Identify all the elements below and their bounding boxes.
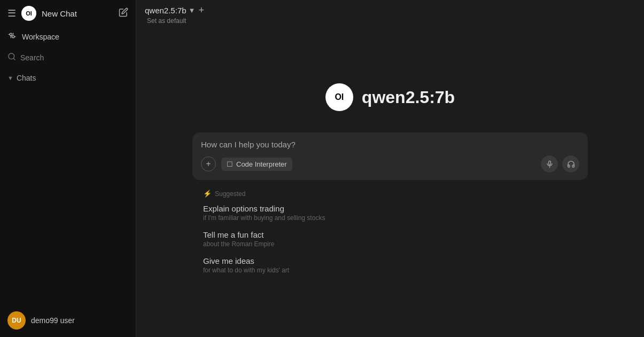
suggestion-subtitle: about the Roman Empire (203, 240, 588, 248)
chats-label: Chats (17, 74, 36, 82)
sidebar-header-left: ☰ OI New Chat (7, 6, 77, 21)
model-hero-logo: OI (325, 83, 353, 111)
mic-button[interactable] (541, 155, 558, 173)
suggestion-title: Tell me a fun fact (203, 230, 588, 239)
hamburger-icon[interactable]: ☰ (7, 7, 16, 19)
model-chevron-icon[interactable]: ▼ (189, 6, 196, 14)
lightning-icon: ⚡ (203, 190, 212, 198)
sidebar-search[interactable]: Search (0, 47, 136, 68)
suggestion-item[interactable]: Give me ideas for what to do with my kid… (203, 256, 588, 274)
svg-rect-4 (548, 161, 550, 165)
suggestions-area: ⚡ Suggested Explain options trading if I… (192, 184, 588, 283)
chat-area: OI qwen2.5:7b How can I help you today? … (136, 29, 644, 337)
sidebar-header: ☰ OI New Chat (0, 0, 136, 27)
input-bar: + ☐ Code Interpreter (201, 155, 579, 173)
set-default-link[interactable]: Set as default (145, 16, 204, 25)
sidebar-workspace[interactable]: Workspace (0, 27, 136, 47)
suggestion-subtitle: if I'm familiar with buying and selling … (203, 214, 588, 222)
suggestion-item[interactable]: Explain options trading if I'm familiar … (203, 204, 588, 222)
suggestion-subtitle: for what to do with my kids' art (203, 267, 588, 274)
code-icon: ☐ (227, 160, 233, 168)
code-interpreter-label: Code Interpreter (236, 160, 287, 168)
suggested-label: ⚡ Suggested (203, 190, 588, 198)
main-area: qwen2.5:7b ▼ + Set as default OI qwen2.5… (136, 0, 644, 337)
model-row: qwen2.5:7b ▼ + (145, 5, 204, 16)
new-chat-plus-icon[interactable]: + (198, 5, 204, 16)
app-logo: OI (21, 6, 36, 21)
sidebar-user[interactable]: DU demo99 user (0, 304, 136, 337)
chevron-down-icon: ▼ (7, 75, 13, 81)
input-bar-right (541, 155, 579, 173)
suggestion-title: Give me ideas (203, 256, 588, 265)
model-name-label: qwen2.5:7b (145, 6, 187, 15)
model-hero: OI qwen2.5:7b (325, 83, 455, 111)
input-bar-left: + ☐ Code Interpreter (201, 156, 292, 171)
suggestion-item[interactable]: Tell me a fun fact about the Roman Empir… (203, 230, 588, 248)
workspace-icon (7, 31, 17, 43)
workspace-label: Workspace (22, 33, 59, 41)
code-interpreter-button[interactable]: ☐ Code Interpreter (221, 158, 292, 171)
model-hero-name: qwen2.5:7b (362, 88, 455, 107)
user-name-label: demo99 user (31, 316, 75, 325)
search-label: Search (20, 53, 44, 62)
edit-icon[interactable] (119, 7, 128, 20)
sidebar: ☰ OI New Chat Workspace Se (0, 0, 136, 337)
svg-line-3 (13, 58, 15, 60)
topbar: qwen2.5:7b ▼ + Set as default (136, 0, 644, 29)
suggested-text: Suggested (215, 190, 245, 198)
search-icon (7, 52, 16, 63)
sidebar-chats[interactable]: ▼ Chats (0, 68, 136, 88)
avatar: DU (7, 311, 26, 330)
input-placeholder-text[interactable]: How can I help you today? (201, 140, 579, 149)
suggestion-title: Explain options trading (203, 204, 588, 213)
suggestions-list: Explain options trading if I'm familiar … (203, 204, 588, 274)
input-container: How can I help you today? + ☐ Code Inter… (192, 132, 588, 180)
attach-button[interactable]: + (201, 156, 216, 171)
headphone-button[interactable] (562, 155, 579, 173)
new-chat-label: New Chat (42, 9, 77, 18)
model-selector: qwen2.5:7b ▼ + Set as default (145, 5, 204, 25)
